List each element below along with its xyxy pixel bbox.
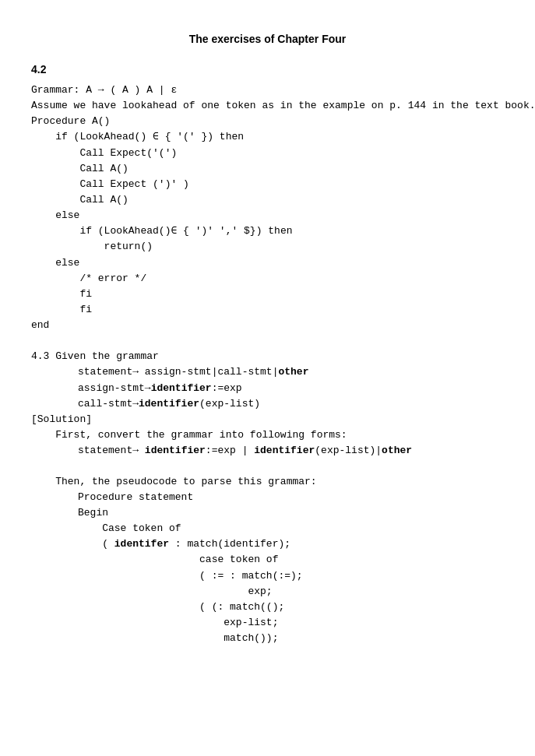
page-title: The exercises of Chapter Four <box>31 31 504 47</box>
converted-rule: statement→ identifier:=exp | identifier(… <box>78 443 504 459</box>
exp-list-line: exp-list; <box>78 615 504 631</box>
section-43-header: 4.3 Given the grammar <box>31 349 504 364</box>
case-token-of: Case token of <box>78 521 504 536</box>
begin-line: Begin <box>78 505 504 521</box>
call-a2: Call A() <box>31 192 504 208</box>
then-intro: Then, the pseudocode to parse this gramm… <box>31 474 504 490</box>
assign-branch: ( := : match(:=); <box>78 568 504 584</box>
return-line: return() <box>31 239 504 255</box>
exp-line: exp; <box>78 584 504 600</box>
call-expect2: Call Expect (')' ) <box>31 177 504 192</box>
converted-rule-container: statement→ identifier:=exp | identifier(… <box>78 443 504 459</box>
pseudocode-container: Procedure statement Begin Case token of … <box>78 490 504 646</box>
section-43: 4.3 Given the grammar statement→ assign-… <box>31 349 504 646</box>
end-line: end <box>31 318 504 333</box>
if-line: if (LookAhead() ∈ { '(' }) then <box>31 129 504 145</box>
section-42-header: 4.2 <box>31 62 504 78</box>
rule1: statement→ assign-stmt|call-stmt|other <box>78 364 504 380</box>
assume-line: Assume we have lookahead of one token as… <box>31 98 504 114</box>
fi2: fi <box>31 302 504 318</box>
call-branch: ( (: match((); <box>78 600 504 615</box>
solution-intro: First, convert the grammar into followin… <box>31 427 504 443</box>
grammar-rules: statement→ assign-stmt|call-stmt|other a… <box>78 364 504 411</box>
procedure-line: Procedure A() <box>31 114 504 129</box>
page-container: The exercises of Chapter Four 4.2 Gramma… <box>31 31 504 646</box>
call-expect1: Call Expect('(') <box>31 146 504 161</box>
proc-statement: Procedure statement <box>78 490 504 505</box>
grammar-line: Grammar: A → ( A ) A | ε <box>31 83 504 98</box>
solution-label: [Solution] <box>31 412 504 427</box>
call-a1: Call A() <box>31 161 504 177</box>
error-comment: /* error */ <box>31 271 504 287</box>
fi1: fi <box>31 287 504 302</box>
else2: else <box>31 255 504 271</box>
if-lookahead2: if (LookAhead()∈ { ')' ',' $}) then <box>31 223 504 239</box>
rule2: assign-stmt→identifier:=exp <box>78 381 504 396</box>
identifier-branch: ( identifer : match(identifer); <box>78 536 504 552</box>
section-42: 4.2 Grammar: A → ( A ) A | ε Assume we h… <box>31 62 504 333</box>
match-close: match()); <box>78 631 504 646</box>
inner-case: case token of <box>78 552 504 568</box>
else1: else <box>31 208 504 223</box>
rule3: call-stmt→identifier(exp-list) <box>78 396 504 412</box>
